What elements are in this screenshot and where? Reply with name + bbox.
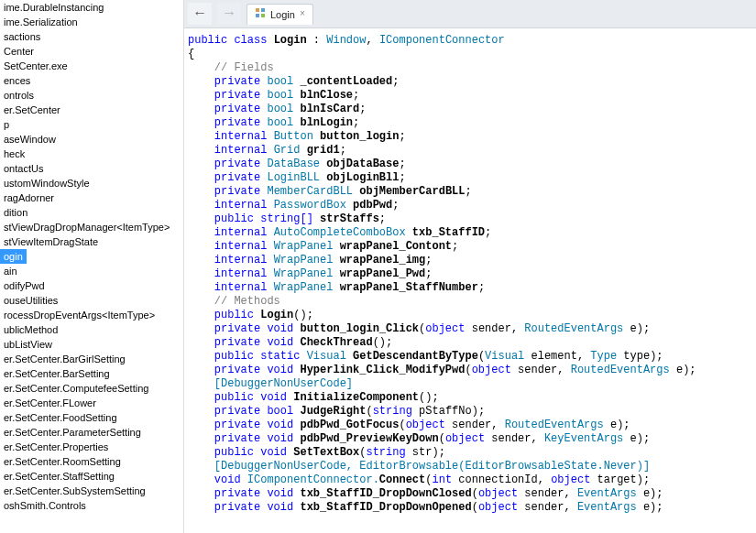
code-line: internal AutoCompleteComboBox txb_StaffI…	[184, 226, 756, 240]
sidebar-tree[interactable]: ime.DurableInstancingime.Serializationsa…	[0, 0, 184, 533]
tree-item[interactable]: oshSmith.Controls	[0, 498, 183, 513]
code-line: private bool blnIsCard;	[184, 103, 756, 116]
code-line: internal WrapPanel wrapPanel_StaffNumber…	[184, 281, 756, 295]
tree-item[interactable]: er.SetCenter.BarSetting	[0, 366, 183, 381]
tab-login[interactable]: Login ×	[247, 4, 313, 25]
tree-item[interactable]: odifyPwd	[0, 278, 183, 293]
code-line: internal WrapPanel wrapPanel_Pwd;	[184, 267, 756, 281]
code-line: private void CheckThread();	[184, 336, 756, 350]
svg-rect-1	[261, 8, 265, 12]
code-line: private bool _contentLoaded;	[184, 75, 756, 89]
tree-item[interactable]: stViewItemDragState	[0, 234, 183, 249]
tree-item[interactable]: ubListView	[0, 337, 183, 352]
tree-item[interactable]: er.SetCenter.StaffSetting	[0, 469, 183, 484]
code-line: private MemberCardBLL objMemberCardBLL;	[184, 185, 756, 199]
svg-rect-3	[261, 14, 265, 17]
code-line: public void InitializeComponent();	[184, 391, 756, 405]
code-line: private bool blnLogin;	[184, 116, 756, 130]
code-line: private void pdbPwd_PreviewKeyDown(objec…	[184, 432, 756, 446]
main-panel: ← → Login × public class Login : Window,…	[184, 0, 756, 533]
tree-item[interactable]: er.SetCenter	[0, 103, 183, 117]
code-line: public string[] strStaffs;	[184, 212, 756, 226]
code-line: internal WrapPanel wrapPanel_Contont;	[184, 240, 756, 254]
code-view[interactable]: public class Login : Window, IComponentC…	[184, 28, 756, 533]
code-line: private DataBase objDataBase;	[184, 158, 756, 171]
tree-item[interactable]: p	[0, 117, 183, 132]
tree-item[interactable]: er.SetCenter.FoodSetting	[0, 410, 183, 425]
tree-item[interactable]: er.SetCenter.ParameterSetting	[0, 425, 183, 440]
code-line: internal Button button_login;	[184, 130, 756, 144]
arrow-left-icon: ←	[195, 6, 204, 21]
tree-item[interactable]: er.SetCenter.ComputefeeSetting	[0, 381, 183, 396]
tree-item[interactable]: ragAdorner	[0, 190, 183, 205]
tree-item[interactable]: ontrols	[0, 88, 183, 103]
code-line: private LoginBLL objLoginBll;	[184, 171, 756, 185]
code-line: private bool JudgeRight(string pStaffNo)…	[184, 405, 756, 419]
nav-forward-button[interactable]: →	[217, 3, 241, 25]
tree-item[interactable]: ustomWindowStyle	[0, 176, 183, 190]
tree-item[interactable]: aseWindow	[0, 132, 183, 147]
tree-item[interactable]: er.SetCenter.RoomSetting	[0, 454, 183, 469]
tab-label: Login	[270, 9, 295, 20]
tree-item[interactable]: ublicMethod	[0, 322, 183, 337]
tree-item[interactable]: Center	[0, 44, 183, 59]
svg-rect-0	[256, 8, 259, 12]
arrow-right-icon: →	[225, 6, 234, 21]
code-line: void IComponentConnector.Connect(int con…	[184, 473, 756, 487]
code-line: internal WrapPanel wrapPanel_img;	[184, 254, 756, 267]
code-line: [DebuggerNonUserCode]	[184, 377, 756, 391]
tree-item[interactable]: er.SetCenter.BarGirlSetting	[0, 352, 183, 366]
tree-item[interactable]: ences	[0, 73, 183, 88]
code-line: {	[184, 48, 756, 61]
tree-item[interactable]: SetCenter.exe	[0, 59, 183, 73]
code-line: // Fields	[184, 61, 756, 75]
tree-item[interactable]: er.SetCenter.SubSystemSetting	[0, 484, 183, 498]
svg-rect-2	[256, 14, 259, 17]
nav-back-button[interactable]: ←	[188, 3, 212, 25]
tree-item[interactable]: rocessDropEventArgs<ItemType>	[0, 308, 183, 322]
code-line: [DebuggerNonUserCode, EditorBrowsable(Ed…	[184, 460, 756, 473]
code-line: private void button_login_Click(object s…	[184, 322, 756, 336]
tree-item[interactable]: ontactUs	[0, 161, 183, 176]
class-icon	[255, 7, 266, 22]
code-line: private bool blnClose;	[184, 89, 756, 103]
code-line: private void pdbPwd_GotFocus(object send…	[184, 419, 756, 432]
tree-item[interactable]: ain	[0, 264, 183, 278]
tree-item[interactable]: stViewDragDropManager<ItemType>	[0, 220, 183, 234]
tree-item[interactable]: ime.DurableInstancing	[0, 0, 183, 15]
tree-item[interactable]: er.SetCenter.FLower	[0, 396, 183, 410]
code-line: private void txb_StaffID_DropDownOpened(…	[184, 501, 756, 515]
toolbar: ← → Login ×	[184, 0, 756, 28]
code-line: public class Login : Window, IComponentC…	[184, 34, 756, 48]
tree-item[interactable]: sactions	[0, 29, 183, 44]
tree-item[interactable]: heck	[0, 147, 183, 161]
code-line: public Login();	[184, 309, 756, 322]
code-line: internal PasswordBox pdbPwd;	[184, 199, 756, 212]
code-line: public void SetTextBox(string str);	[184, 446, 756, 460]
code-line: internal Grid grid1;	[184, 144, 756, 158]
close-icon[interactable]: ×	[300, 9, 305, 19]
code-line: private void Hyperlink_Click_ModifyPwd(o…	[184, 364, 756, 377]
tree-item[interactable]: ogin	[0, 249, 27, 264]
code-line: // Methods	[184, 295, 756, 309]
tree-item[interactable]: ouseUtilities	[0, 293, 183, 308]
tree-item[interactable]: er.SetCenter.Properties	[0, 440, 183, 454]
tree-item[interactable]: dition	[0, 205, 183, 220]
code-line: private void txb_StaffID_DropDownClosed(…	[184, 487, 756, 501]
code-line: public static Visual GetDescendantByType…	[184, 350, 756, 364]
tree-item[interactable]: ime.Serialization	[0, 15, 183, 29]
